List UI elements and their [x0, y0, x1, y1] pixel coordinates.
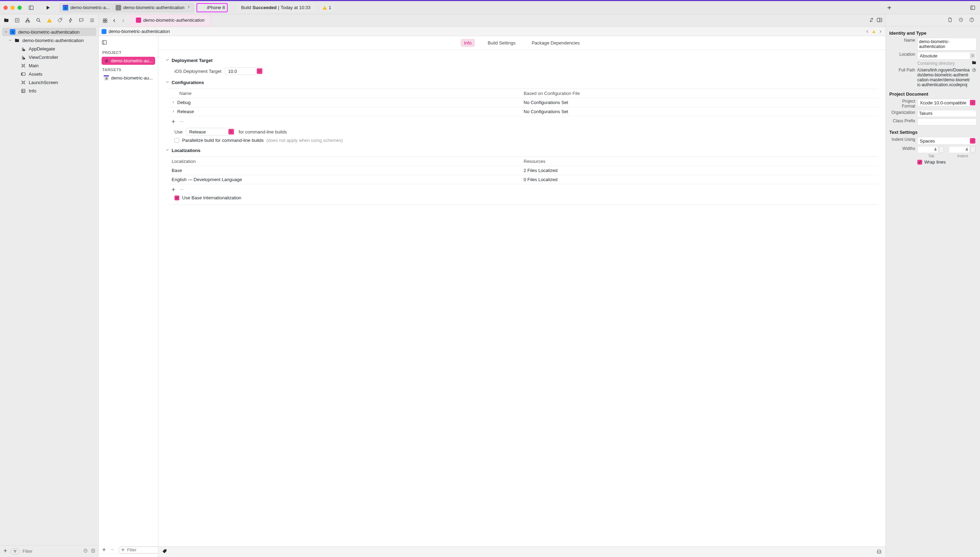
history-inspector-tab[interactable]	[958, 17, 964, 23]
tab-build-settings[interactable]: Build Settings	[484, 39, 519, 47]
breakpoint-navigator-tab[interactable]	[78, 17, 85, 24]
issue-navigator-tab[interactable]	[46, 17, 53, 24]
find-navigator-tab[interactable]	[35, 17, 42, 24]
indent-width-stepper[interactable]	[949, 146, 977, 153]
project-navigator-tree[interactable]: demo-biometric-authenticationdemo-biomet…	[0, 26, 98, 545]
add-target-button[interactable]	[102, 547, 106, 553]
project-icon	[115, 5, 121, 10]
project-item[interactable]: demo-biometric-au...	[102, 57, 155, 65]
file-inspector-tab[interactable]	[947, 17, 953, 23]
toggle-inspector-button[interactable]	[969, 4, 977, 11]
new-tab-button[interactable]	[885, 3, 894, 12]
location-select[interactable]: Absolute	[917, 52, 977, 60]
tag-icon[interactable]	[162, 549, 167, 555]
disclosure-icon[interactable]	[8, 38, 13, 43]
minimize-window-button[interactable]	[10, 6, 15, 10]
ios-deployment-target-select[interactable]: 10.0	[225, 67, 263, 75]
full-path-value: /Users/linh.nguyen/Downloads/demo-biomet…	[917, 68, 970, 87]
chevron-right-icon[interactable]	[172, 100, 175, 105]
close-window-button[interactable]	[3, 6, 8, 10]
report-navigator-tab[interactable]	[89, 17, 96, 24]
remove-configuration-button[interactable]	[179, 119, 184, 125]
toggle-debug-area-button[interactable]	[876, 549, 882, 555]
organization-field[interactable]	[917, 110, 977, 117]
issues-indicator[interactable]: 1	[320, 4, 333, 11]
disclosure-icon[interactable]	[4, 29, 8, 35]
nav-forward-button[interactable]	[119, 16, 127, 25]
item-label: ViewController	[29, 55, 58, 60]
tab-width-stepper[interactable]	[917, 146, 945, 153]
table-row[interactable]: ReleaseNo Configurations Set	[169, 107, 878, 116]
class-prefix-field[interactable]	[917, 119, 977, 125]
add-configuration-button[interactable]	[171, 119, 176, 125]
inspector-selector-bar	[886, 15, 980, 26]
disclosure-icon[interactable]	[165, 80, 169, 85]
nav-back-button[interactable]	[110, 16, 119, 25]
add-editor-button[interactable]	[876, 17, 882, 24]
navigator-filter-input[interactable]	[23, 549, 80, 554]
item-label: demo-biometric-authentication	[18, 29, 80, 35]
item-label: Main	[29, 63, 39, 68]
plist-icon	[20, 88, 26, 93]
navigator-item[interactable]: demo-biometric-authentication	[2, 28, 96, 36]
tab-label: demo-biometric-authentication	[143, 18, 205, 23]
project-navigator-tab[interactable]	[3, 17, 10, 24]
adjust-editor-options-button[interactable]	[869, 17, 874, 24]
parallelize-build-checkbox[interactable]	[174, 138, 179, 143]
next-issue-button[interactable]	[878, 29, 882, 34]
table-row[interactable]: Base2 Files Localized	[169, 166, 878, 175]
project-name-field[interactable]: demo-biometric-authentication	[917, 38, 977, 50]
related-items-button[interactable]	[101, 16, 109, 25]
chevron-right-icon[interactable]	[172, 109, 175, 114]
navigator-item[interactable]: Main	[0, 61, 98, 70]
navigator-item[interactable]: demo-biometric-authentication	[0, 36, 98, 44]
recent-filter-button[interactable]	[83, 548, 88, 554]
navigator-item[interactable]: Info	[0, 86, 98, 95]
command-line-config-select[interactable]: Release	[186, 128, 235, 135]
table-row[interactable]: DebugNo Configurations Set	[169, 98, 878, 107]
debug-navigator-tab[interactable]	[67, 17, 74, 24]
reveal-in-finder-button[interactable]	[972, 68, 977, 73]
tab-info[interactable]: Info	[461, 39, 475, 47]
table-row[interactable]: English — Development Language0 Files Lo…	[169, 175, 878, 184]
test-navigator-tab[interactable]	[56, 17, 63, 24]
navigator-item[interactable]: AppDelegate	[0, 44, 98, 53]
navigator-item[interactable]: Assets	[0, 70, 98, 78]
symbol-navigator-tab[interactable]	[24, 17, 31, 24]
filter-scope-button[interactable]	[10, 548, 20, 555]
indent-using-select[interactable]: Spaces	[917, 137, 977, 145]
run-button[interactable]	[44, 4, 52, 11]
add-localization-button[interactable]	[171, 187, 176, 193]
editor-tab-active[interactable]: demo-biometric-authentication	[130, 15, 211, 27]
wrap-lines-checkbox[interactable]	[917, 160, 922, 164]
target-item[interactable]: demo-biometric-au...	[102, 74, 155, 82]
choose-folder-button[interactable]	[972, 60, 977, 66]
zoom-window-button[interactable]	[18, 6, 22, 10]
scm-filter-button[interactable]	[91, 548, 96, 554]
add-file-button[interactable]	[3, 548, 8, 554]
remove-target-button[interactable]	[110, 547, 115, 553]
use-base-internationalization-checkbox[interactable]	[174, 195, 179, 200]
item-label: Assets	[29, 72, 42, 77]
toggle-navigator-button[interactable]	[27, 4, 35, 11]
disclosure-icon[interactable]	[165, 58, 169, 63]
source-control-navigator-tab[interactable]	[14, 17, 21, 24]
navigator-item[interactable]: ViewController	[0, 53, 98, 61]
jump-bar: demo-biometric-authentication	[99, 27, 886, 36]
activity-status[interactable]: Build Succeeded | Today at 10:33	[237, 3, 315, 12]
table-header: Name Based on Configuration File	[169, 89, 878, 98]
tab-package-dependencies[interactable]: Package Dependencies	[528, 39, 583, 47]
scheme-full-label: demo-biometric-authentication	[123, 5, 185, 10]
select-handle-icon	[228, 129, 234, 135]
project-format-select[interactable]: Xcode 10.0-compatible	[917, 99, 977, 106]
prev-issue-button[interactable]	[865, 29, 869, 34]
navigator-item[interactable]: LaunchScreen	[0, 78, 98, 86]
quick-help-inspector-tab[interactable]	[969, 17, 974, 23]
editor-bottom-bar	[158, 547, 886, 557]
remove-localization-button[interactable]	[179, 187, 184, 193]
jump-bar-crumb[interactable]: demo-biometric-authentication	[109, 29, 170, 34]
run-destination-selector[interactable]: iPhone 8	[197, 3, 228, 12]
scheme-selector[interactable]: demo-biometric-a...	[60, 3, 113, 12]
disclosure-icon[interactable]	[165, 148, 169, 153]
toggle-targets-list-button[interactable]	[102, 39, 155, 46]
